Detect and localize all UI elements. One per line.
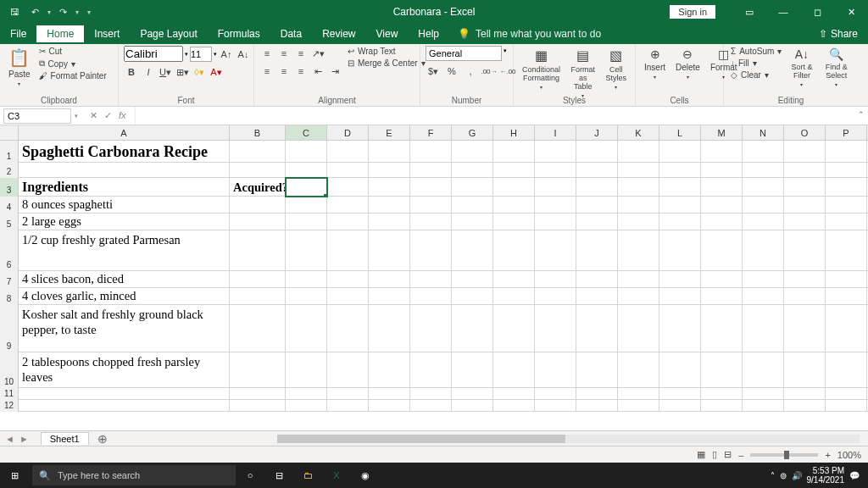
cell-N10[interactable] (743, 352, 784, 388)
cell-B8[interactable] (230, 288, 286, 305)
cell-B11[interactable] (230, 388, 286, 400)
notifications-icon[interactable]: 💬 (849, 471, 860, 480)
tab-insert[interactable]: Insert (84, 25, 130, 42)
system-clock[interactable]: 5:53 PM 9/14/2021 (807, 466, 845, 485)
cell-C7[interactable] (286, 271, 327, 288)
cell-G5[interactable] (452, 214, 493, 230)
cell-O5[interactable] (784, 214, 826, 230)
cell-E2[interactable] (369, 163, 410, 178)
close-icon[interactable]: ✕ (834, 0, 868, 24)
cell-B6[interactable] (230, 230, 286, 271)
comma-button[interactable]: , (463, 64, 478, 79)
horizontal-scrollbar[interactable] (277, 435, 860, 443)
align-middle-icon[interactable]: ≡ (276, 46, 292, 61)
cell-K2[interactable] (618, 163, 659, 178)
percent-button[interactable]: % (444, 64, 459, 79)
cell-F12[interactable] (410, 400, 452, 412)
cell-H6[interactable] (493, 230, 535, 271)
cell-E4[interactable] (369, 197, 410, 214)
merge-center-button[interactable]: ⊟Merge & Center ▾ (346, 58, 427, 69)
cell-M6[interactable] (701, 230, 743, 271)
row-header-10[interactable]: 10 (0, 352, 19, 388)
column-header-N[interactable]: N (743, 125, 784, 140)
cell-O8[interactable] (784, 288, 826, 305)
tab-review[interactable]: Review (312, 25, 365, 42)
cell-C4[interactable] (286, 197, 327, 214)
column-header-F[interactable]: F (410, 125, 452, 140)
cell-L11[interactable] (659, 388, 701, 400)
tab-formulas[interactable]: Formulas (208, 25, 270, 42)
orientation-icon[interactable]: ↗▾ (310, 46, 326, 61)
column-header-J[interactable]: J (576, 125, 618, 140)
cell-G1[interactable] (452, 141, 493, 163)
format-painter-button[interactable]: 🖌Format Painter (37, 70, 108, 81)
cell-D10[interactable] (327, 352, 369, 388)
cell-E8[interactable] (369, 288, 410, 305)
cell-I9[interactable] (535, 305, 576, 352)
cell-K1[interactable] (618, 141, 659, 163)
cell-P6[interactable] (826, 230, 867, 271)
cell-F5[interactable] (410, 214, 452, 230)
cell-M11[interactable] (701, 388, 743, 400)
cell-N2[interactable] (743, 163, 784, 178)
cell-A2[interactable] (19, 163, 230, 178)
cell-J11[interactable] (576, 388, 618, 400)
cell-N6[interactable] (743, 230, 784, 271)
page-layout-view-icon[interactable]: ▯ (712, 449, 717, 460)
cell-D6[interactable] (327, 230, 369, 271)
row-header-12[interactable]: 12 (0, 400, 19, 412)
cell-I8[interactable] (535, 288, 576, 305)
chrome-icon[interactable]: ◉ (351, 463, 380, 488)
cell-F2[interactable] (410, 163, 452, 178)
cell-J10[interactable] (576, 352, 618, 388)
increase-font-icon[interactable]: A↑ (219, 47, 234, 62)
cell-P12[interactable] (826, 400, 867, 412)
cell-M3[interactable] (701, 178, 743, 197)
increase-decimal-icon[interactable]: .00→ (481, 64, 497, 79)
cell-A11[interactable] (19, 388, 230, 400)
zoom-out-icon[interactable]: – (738, 450, 743, 460)
cell-N8[interactable] (743, 288, 784, 305)
cell-E6[interactable] (369, 230, 410, 271)
cell-O11[interactable] (784, 388, 826, 400)
column-header-A[interactable]: A (19, 125, 230, 140)
cell-O9[interactable] (784, 305, 826, 352)
tray-chevron-icon[interactable]: ˄ (771, 471, 775, 480)
cell-A1[interactable]: Spaghetti Carbonara Recipe (19, 141, 230, 163)
cell-C5[interactable] (286, 214, 327, 230)
cell-M7[interactable] (701, 271, 743, 288)
cell-D8[interactable] (327, 288, 369, 305)
cell-P3[interactable] (826, 178, 867, 197)
cortana-icon[interactable]: ○ (236, 463, 264, 488)
cell-C10[interactable] (286, 352, 327, 388)
italic-button[interactable]: I (141, 64, 156, 80)
cell-J8[interactable] (576, 288, 618, 305)
cell-A7[interactable]: 4 slices bacon, diced (19, 271, 230, 288)
cell-C8[interactable] (286, 288, 327, 305)
cell-E3[interactable] (369, 178, 410, 197)
cell-H8[interactable] (493, 288, 535, 305)
row-header-9[interactable]: 9 (0, 305, 19, 352)
maximize-icon[interactable]: ◻ (800, 0, 834, 24)
cell-D9[interactable] (327, 305, 369, 352)
column-header-O[interactable]: O (784, 125, 826, 140)
cell-K4[interactable] (618, 197, 659, 214)
decrease-font-icon[interactable]: A↓ (236, 47, 251, 62)
cell-M8[interactable] (701, 288, 743, 305)
sheet-nav-prev-icon[interactable]: ◄ (5, 434, 14, 444)
clear-button[interactable]: ◇Clear ▾ (729, 69, 783, 80)
cell-L4[interactable] (659, 197, 701, 214)
cell-B10[interactable] (230, 352, 286, 388)
tell-me-search[interactable]: 💡 Tell me what you want to do (449, 28, 601, 40)
increase-indent-icon[interactable]: ⇥ (327, 64, 342, 79)
redo-icon[interactable]: ↷ (56, 5, 70, 19)
cell-L2[interactable] (659, 163, 701, 178)
cell-K11[interactable] (618, 388, 659, 400)
cell-N9[interactable] (743, 305, 784, 352)
tab-data[interactable]: Data (270, 25, 312, 42)
cell-L5[interactable] (659, 214, 701, 230)
cell-N7[interactable] (743, 271, 784, 288)
row-header-11[interactable]: 11 (0, 388, 19, 400)
paste-button[interactable]: 📋 Paste ▾ (5, 46, 34, 88)
autosum-button[interactable]: ΣAutoSum ▾ (729, 46, 783, 57)
